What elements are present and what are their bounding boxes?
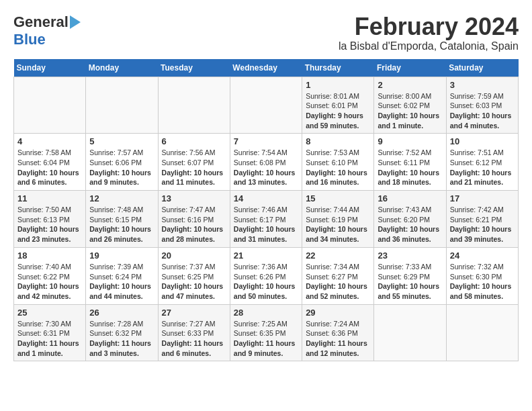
day-info: Sunrise: 7:43 AMSunset: 6:20 PMDaylight:… — [378, 205, 442, 244]
day-number: 16 — [378, 193, 442, 203]
day-number: 17 — [450, 193, 515, 203]
page-header: General Blue February 2024 la Bisbal d'E… — [13, 13, 519, 52]
table-row: 27Sunrise: 7:27 AMSunset: 6:33 PMDayligh… — [158, 304, 230, 361]
table-row: 14Sunrise: 7:46 AMSunset: 6:17 PMDayligh… — [230, 191, 302, 248]
day-info: Sunrise: 7:53 AMSunset: 6:10 PMDaylight:… — [306, 148, 370, 187]
day-info: Sunrise: 7:52 AMSunset: 6:11 PMDaylight:… — [378, 148, 442, 187]
logo-general: General — [13, 13, 69, 31]
table-row: 2Sunrise: 8:00 AMSunset: 6:02 PMDaylight… — [374, 77, 446, 134]
day-info: Sunrise: 7:39 AMSunset: 6:24 PMDaylight:… — [89, 262, 154, 302]
day-info: Sunrise: 7:48 AMSunset: 6:15 PMDaylight:… — [89, 205, 154, 244]
day-number: 14 — [234, 193, 298, 203]
day-info: Sunrise: 7:56 AMSunset: 6:07 PMDaylight:… — [162, 148, 226, 187]
table-row — [230, 77, 302, 134]
table-row: 12Sunrise: 7:48 AMSunset: 6:15 PMDayligh… — [86, 191, 158, 248]
col-sunday: Sunday — [14, 59, 86, 77]
day-number: 9 — [378, 136, 442, 146]
day-number: 1 — [306, 80, 370, 90]
table-row: 15Sunrise: 7:44 AMSunset: 6:19 PMDayligh… — [302, 191, 374, 248]
day-info: Sunrise: 7:59 AMSunset: 6:03 PMDaylight:… — [450, 91, 515, 131]
day-number: 3 — [450, 80, 515, 90]
table-row: 24Sunrise: 7:32 AMSunset: 6:30 PMDayligh… — [446, 247, 518, 304]
calendar-week-row: 11Sunrise: 7:50 AMSunset: 6:13 PMDayligh… — [14, 191, 519, 248]
table-row: 7Sunrise: 7:54 AMSunset: 6:08 PMDaylight… — [230, 134, 302, 191]
table-row: 11Sunrise: 7:50 AMSunset: 6:13 PMDayligh… — [14, 191, 86, 248]
day-info: Sunrise: 7:33 AMSunset: 6:29 PMDaylight:… — [378, 262, 442, 302]
day-info: Sunrise: 7:54 AMSunset: 6:08 PMDaylight:… — [234, 148, 298, 187]
table-row — [374, 304, 446, 361]
calendar-week-row: 1Sunrise: 8:01 AMSunset: 6:01 PMDaylight… — [14, 77, 519, 134]
table-row: 9Sunrise: 7:52 AMSunset: 6:11 PMDaylight… — [374, 134, 446, 191]
day-number: 2 — [378, 80, 442, 90]
day-info: Sunrise: 7:46 AMSunset: 6:17 PMDaylight:… — [234, 205, 298, 244]
table-row: 4Sunrise: 7:58 AMSunset: 6:04 PMDaylight… — [14, 134, 86, 191]
day-number: 10 — [450, 136, 515, 146]
table-row: 10Sunrise: 7:51 AMSunset: 6:12 PMDayligh… — [446, 134, 518, 191]
day-info: Sunrise: 7:44 AMSunset: 6:19 PMDaylight:… — [306, 205, 370, 244]
day-number: 5 — [89, 136, 154, 146]
day-number: 6 — [162, 136, 226, 146]
col-monday: Monday — [86, 59, 158, 77]
table-row: 21Sunrise: 7:36 AMSunset: 6:26 PMDayligh… — [230, 247, 302, 304]
col-tuesday: Tuesday — [158, 59, 230, 77]
table-row — [86, 77, 158, 134]
day-number: 26 — [89, 308, 154, 318]
logo-blue: Blue — [13, 31, 46, 48]
day-info: Sunrise: 8:01 AMSunset: 6:01 PMDaylight:… — [306, 91, 370, 131]
day-info: Sunrise: 7:25 AMSunset: 6:35 PMDaylight:… — [234, 319, 298, 359]
table-row — [14, 77, 86, 134]
day-number: 12 — [89, 193, 154, 203]
table-row: 28Sunrise: 7:25 AMSunset: 6:35 PMDayligh… — [230, 304, 302, 361]
day-info: Sunrise: 7:36 AMSunset: 6:26 PMDaylight:… — [234, 262, 298, 302]
col-wednesday: Wednesday — [230, 59, 302, 77]
day-info: Sunrise: 7:28 AMSunset: 6:32 PMDaylight:… — [89, 319, 154, 359]
calendar-header-row: Sunday Monday Tuesday Wednesday Thursday… — [14, 59, 519, 77]
day-info: Sunrise: 7:40 AMSunset: 6:22 PMDaylight:… — [17, 262, 82, 302]
day-info: Sunrise: 7:50 AMSunset: 6:13 PMDaylight:… — [17, 205, 82, 244]
day-number: 28 — [234, 308, 298, 318]
day-number: 13 — [162, 193, 226, 203]
day-number: 15 — [306, 193, 370, 203]
day-number: 29 — [306, 308, 370, 318]
calendar-table: Sunday Monday Tuesday Wednesday Thursday… — [13, 59, 519, 362]
table-row: 13Sunrise: 7:47 AMSunset: 6:16 PMDayligh… — [158, 191, 230, 248]
table-row: 1Sunrise: 8:01 AMSunset: 6:01 PMDaylight… — [302, 77, 374, 134]
day-info: Sunrise: 7:32 AMSunset: 6:30 PMDaylight:… — [450, 262, 515, 302]
table-row: 16Sunrise: 7:43 AMSunset: 6:20 PMDayligh… — [374, 191, 446, 248]
table-row — [446, 304, 518, 361]
day-info: Sunrise: 7:30 AMSunset: 6:31 PMDaylight:… — [17, 319, 82, 359]
table-row: 29Sunrise: 7:24 AMSunset: 6:36 PMDayligh… — [302, 304, 374, 361]
day-info: Sunrise: 7:42 AMSunset: 6:21 PMDaylight:… — [450, 205, 515, 244]
calendar-week-row: 25Sunrise: 7:30 AMSunset: 6:31 PMDayligh… — [14, 304, 519, 361]
table-row: 8Sunrise: 7:53 AMSunset: 6:10 PMDaylight… — [302, 134, 374, 191]
day-info: Sunrise: 7:27 AMSunset: 6:33 PMDaylight:… — [162, 319, 226, 359]
day-number: 18 — [17, 250, 82, 261]
day-info: Sunrise: 7:37 AMSunset: 6:25 PMDaylight:… — [162, 262, 226, 302]
day-info: Sunrise: 7:24 AMSunset: 6:36 PMDaylight:… — [306, 319, 370, 359]
table-row: 3Sunrise: 7:59 AMSunset: 6:03 PMDaylight… — [446, 77, 518, 134]
table-row: 23Sunrise: 7:33 AMSunset: 6:29 PMDayligh… — [374, 247, 446, 304]
day-info: Sunrise: 7:47 AMSunset: 6:16 PMDaylight:… — [162, 205, 226, 244]
col-saturday: Saturday — [446, 59, 518, 77]
table-row: 5Sunrise: 7:57 AMSunset: 6:06 PMDaylight… — [86, 134, 158, 191]
col-friday: Friday — [374, 59, 446, 77]
table-row: 6Sunrise: 7:56 AMSunset: 6:07 PMDaylight… — [158, 134, 230, 191]
day-number: 22 — [306, 250, 370, 261]
table-row: 20Sunrise: 7:37 AMSunset: 6:25 PMDayligh… — [158, 247, 230, 304]
table-row: 25Sunrise: 7:30 AMSunset: 6:31 PMDayligh… — [14, 304, 86, 361]
table-row: 18Sunrise: 7:40 AMSunset: 6:22 PMDayligh… — [14, 247, 86, 304]
day-number: 11 — [17, 193, 82, 203]
day-info: Sunrise: 7:51 AMSunset: 6:12 PMDaylight:… — [450, 148, 515, 187]
day-number: 24 — [450, 250, 515, 261]
day-info: Sunrise: 7:34 AMSunset: 6:27 PMDaylight:… — [306, 262, 370, 302]
table-row — [158, 77, 230, 134]
day-number: 4 — [17, 136, 82, 146]
logo-arrow-icon — [70, 15, 81, 29]
table-row: 22Sunrise: 7:34 AMSunset: 6:27 PMDayligh… — [302, 247, 374, 304]
page-title: February 2024 — [339, 13, 519, 40]
calendar-week-row: 18Sunrise: 7:40 AMSunset: 6:22 PMDayligh… — [14, 247, 519, 304]
table-row: 17Sunrise: 7:42 AMSunset: 6:21 PMDayligh… — [446, 191, 518, 248]
day-number: 20 — [162, 250, 226, 261]
page-subtitle: la Bisbal d'Emporda, Catalonia, Spain — [339, 40, 519, 52]
col-thursday: Thursday — [302, 59, 374, 77]
